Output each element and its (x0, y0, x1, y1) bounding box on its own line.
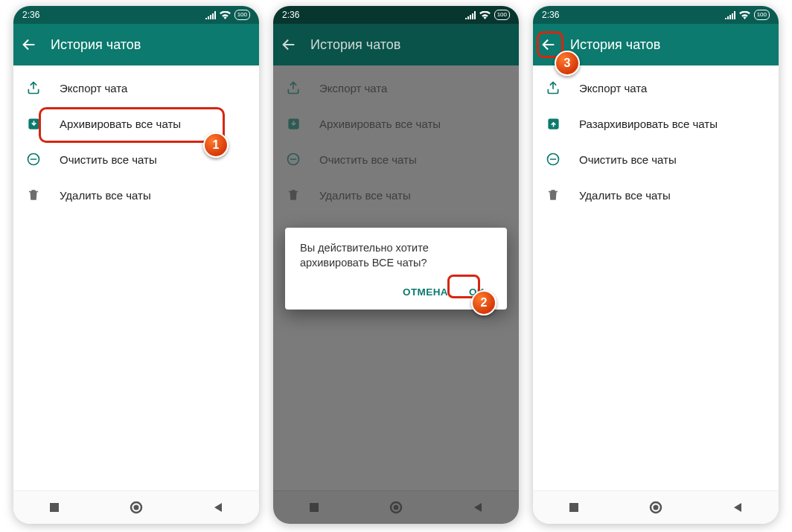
phone-2: 2:36 100 История чатов Экспорт чата (273, 6, 519, 524)
status-indicators: 100 (725, 10, 770, 20)
svg-point-4 (133, 505, 138, 510)
row-label: Удалить все чаты (60, 189, 151, 202)
battery-icon: 100 (494, 10, 510, 20)
row-label: Очистить все чаты (60, 153, 157, 166)
app-bar: История чатов (13, 24, 259, 65)
battery-icon: 100 (234, 10, 250, 20)
app-bar: История чатов (273, 24, 519, 65)
row-label: Архивировать все чаты (319, 118, 441, 130)
trash-icon (545, 187, 561, 203)
dialog-message: Вы действительно хотитеархивировать ВСЕ … (300, 241, 492, 270)
row-clear-all[interactable]: Очистить все чаты (533, 141, 779, 177)
step-badge-2: 2 (471, 290, 496, 315)
archive-icon (25, 115, 42, 132)
nav-recent-icon[interactable] (48, 501, 60, 513)
battery-icon: 100 (754, 10, 770, 20)
row-delete-all[interactable]: Удалить все чаты (13, 177, 259, 213)
clear-icon (545, 151, 561, 167)
nav-home-icon[interactable] (649, 501, 662, 514)
row-export-chat[interactable]: Экспорт чата (13, 70, 259, 106)
wifi-icon (739, 11, 750, 19)
trash-icon (25, 187, 42, 203)
status-time: 2:36 (282, 10, 299, 20)
status-time: 2:36 (542, 10, 559, 20)
row-clear-all: Очистить все чаты (273, 141, 519, 177)
back-icon[interactable] (281, 36, 297, 53)
status-time: 2:36 (22, 10, 39, 20)
nav-back-icon[interactable] (732, 501, 744, 513)
row-label: Экспорт чата (319, 82, 387, 94)
svg-rect-7 (310, 503, 319, 512)
status-bar: 2:36 100 (13, 6, 259, 24)
row-label: Экспорт чата (579, 82, 647, 94)
page-title: История чатов (51, 37, 141, 53)
status-indicators: 100 (465, 10, 510, 20)
page-title: История чатов (310, 37, 400, 53)
row-label: Очистить все чаты (579, 153, 677, 166)
signal-icon (465, 11, 476, 19)
status-indicators: 100 (205, 10, 250, 20)
nav-recent-icon[interactable] (308, 501, 320, 513)
back-icon[interactable] (540, 36, 557, 53)
row-label: Архивировать все чаты (60, 118, 181, 130)
system-nav (13, 490, 259, 524)
nav-home-icon[interactable] (389, 501, 403, 514)
step-badge-1: 1 (203, 132, 229, 158)
trash-icon (285, 187, 301, 203)
phone-1: 2:36 100 История чатов Экспорт чата (13, 6, 259, 524)
signal-icon (205, 11, 216, 19)
row-label: Экспорт чата (60, 82, 127, 94)
row-archive-all: Архивировать все чаты (273, 106, 519, 141)
export-icon (545, 80, 561, 96)
svg-point-9 (393, 505, 398, 510)
nav-recent-icon[interactable] (568, 501, 580, 513)
svg-rect-2 (50, 503, 59, 512)
row-label: Удалить все чаты (319, 189, 411, 202)
settings-list: Экспорт чата Архивировать все чаты Очист… (13, 65, 259, 490)
system-nav (533, 490, 779, 524)
settings-list: Экспорт чата Разархивировать все чаты Оч… (533, 65, 779, 490)
wifi-icon (479, 11, 491, 19)
phone-3: 2:36 100 История чатов Экспорт чата (533, 6, 779, 524)
row-unarchive-all[interactable]: Разархивировать все чаты (533, 106, 779, 141)
svg-rect-12 (569, 503, 578, 512)
clear-icon (25, 151, 42, 167)
status-bar: 2:36 100 (533, 6, 779, 24)
unarchive-icon (545, 115, 561, 132)
page-title: История чатов (570, 37, 660, 53)
row-delete-all[interactable]: Удалить все чаты (533, 177, 779, 213)
status-bar: 2:36 100 (273, 6, 519, 24)
row-label: Удалить все чаты (579, 189, 671, 202)
dialog-cancel-button[interactable]: ОТМЕНА (395, 282, 456, 302)
step-badge-3: 3 (555, 51, 580, 76)
svg-point-14 (653, 505, 658, 510)
archive-icon (285, 115, 301, 132)
nav-back-icon[interactable] (212, 501, 224, 513)
export-icon (285, 80, 301, 96)
signal-icon (725, 11, 735, 19)
row-export-chat: Экспорт чата (273, 70, 519, 106)
clear-icon (285, 151, 301, 167)
back-icon[interactable] (21, 36, 37, 53)
nav-home-icon[interactable] (130, 501, 143, 514)
row-label: Очистить все чаты (319, 153, 417, 166)
row-label: Разархивировать все чаты (579, 118, 718, 130)
system-nav (273, 490, 519, 524)
row-delete-all: Удалить все чаты (273, 177, 519, 213)
export-icon (25, 80, 42, 96)
settings-list-dimmed: Экспорт чата Архивировать все чаты Очист… (273, 65, 519, 490)
nav-back-icon[interactable] (472, 501, 484, 513)
wifi-icon (220, 11, 231, 19)
